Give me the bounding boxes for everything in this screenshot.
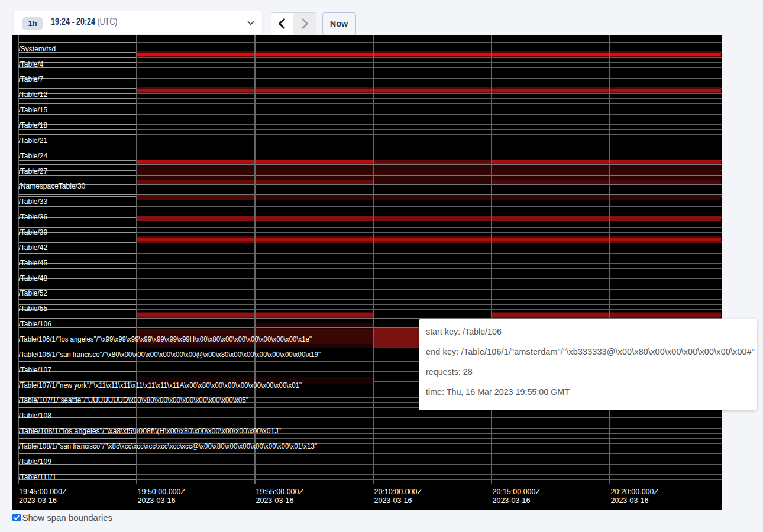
svg-text:/Table/33: /Table/33 xyxy=(19,197,48,206)
svg-text:/Table/52: /Table/52 xyxy=(19,289,48,297)
svg-text:/Table/108/1/"san francisco"/": /Table/108/1/"san francisco"/"\x8c\xcc\x… xyxy=(19,442,318,450)
svg-text:/NamespaceTable/30: /NamespaceTable/30 xyxy=(19,182,86,190)
svg-text:19:50:00.000Z: 19:50:00.000Z xyxy=(138,488,186,496)
svg-text:19:45:00.000Z: 19:45:00.000Z xyxy=(19,488,67,496)
svg-text:2023-03-16: 2023-03-16 xyxy=(256,497,294,505)
svg-text:/System/tsd: /System/tsd xyxy=(19,45,56,53)
svg-text:2023-03-16: 2023-03-16 xyxy=(19,497,57,505)
svg-text:20:15:00.000Z: 20:15:00.000Z xyxy=(493,488,541,496)
svg-text:2023-03-16: 2023-03-16 xyxy=(374,497,412,505)
svg-text:/Table/27: /Table/27 xyxy=(19,167,48,176)
svg-text:/Table/108/1/"los angeles"/"\x: /Table/108/1/"los angeles"/"\xa8\xf5\u00… xyxy=(19,427,281,435)
svg-text:/Table/107: /Table/107 xyxy=(19,366,52,374)
svg-text:/Table/111/1: /Table/111/1 xyxy=(19,473,57,481)
svg-text:/Table/107/1/"new york"/"\x11\: /Table/107/1/"new york"/"\x11\x11\x11\x1… xyxy=(19,381,302,390)
svg-text:/Table/109: /Table/109 xyxy=(19,458,52,466)
svg-text:/Table/48: /Table/48 xyxy=(19,274,48,283)
svg-text:2023-03-16: 2023-03-16 xyxy=(493,497,531,505)
svg-text:20:10:00.000Z: 20:10:00.000Z xyxy=(374,488,422,496)
svg-text:/Table/12: /Table/12 xyxy=(19,90,48,99)
svg-text:/Table/21: /Table/21 xyxy=(19,137,48,145)
svg-text:/Table/7: /Table/7 xyxy=(19,75,44,83)
svg-text:/Table/42: /Table/42 xyxy=(19,244,48,252)
svg-text:2023-03-16: 2023-03-16 xyxy=(138,497,176,505)
svg-text:/Table/45: /Table/45 xyxy=(19,259,48,267)
svg-text:/Table/15: /Table/15 xyxy=(19,106,48,114)
svg-text:2023-03-16: 2023-03-16 xyxy=(611,497,649,505)
svg-text:/Table/24: /Table/24 xyxy=(19,152,48,160)
svg-text:/Table/107/1/"seattle"/"UUUUUU: /Table/107/1/"seattle"/"UUUUUUUD\x00\x80… xyxy=(19,396,249,404)
svg-text:/Table/18: /Table/18 xyxy=(19,121,48,129)
svg-text:/Table/106: /Table/106 xyxy=(19,320,52,328)
svg-text:/Table/4: /Table/4 xyxy=(19,60,44,69)
svg-text:20:20:00.000Z: 20:20:00.000Z xyxy=(611,488,659,496)
svg-text:/Table/36: /Table/36 xyxy=(19,213,48,221)
svg-text:/Table/106/1/"los angeles"/"\x: /Table/106/1/"los angeles"/"\x99\x99\x99… xyxy=(19,335,312,343)
svg-text:19:55:00.000Z: 19:55:00.000Z xyxy=(256,488,304,496)
svg-text:/Table/108: /Table/108 xyxy=(19,411,52,420)
svg-text:/Table/55: /Table/55 xyxy=(19,304,48,313)
svg-text:/Table/106/1/"san francisco"/": /Table/106/1/"san francisco"/"\x80\x00\x… xyxy=(19,351,321,359)
svg-text:/Table/39: /Table/39 xyxy=(19,228,48,236)
